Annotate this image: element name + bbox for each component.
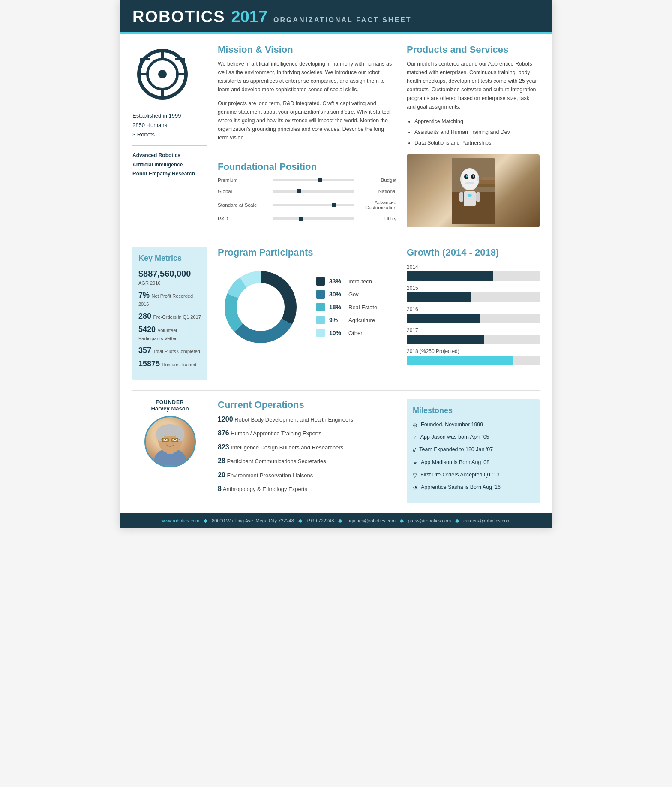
milestone-icon-6: ↺ (413, 484, 417, 492)
footer-website[interactable]: www.robotics.com (162, 518, 200, 523)
product-item-2: Assistants and Human Training and Dev (414, 127, 540, 138)
page-container: ROBOTICS 2017 ORGANIZATIONAL FACT SHEET (120, 0, 552, 528)
footer-dot-1: ◆ (204, 518, 207, 524)
svg-rect-24 (476, 192, 480, 202)
metric-value-pilots: 357 (138, 346, 151, 355)
growth-bars: 2014 2015 2016 (407, 264, 540, 365)
milestone-text-2: App Jason was born April '05 (420, 434, 489, 441)
products-section: Products and Services Our model is cente… (407, 44, 540, 227)
mission-section: Mission & Vision We believe in artificia… (218, 44, 396, 154)
humans-count: 2850 Humans (132, 121, 181, 130)
sidebar-divider (132, 145, 207, 146)
bar-fill-3 (332, 203, 336, 207)
milestone-text-5: First Pre-Orders Accepted Q1 '13 (420, 471, 499, 479)
bar-label-standard: Standard at Scale (218, 202, 269, 208)
sidebar-stats: Established in 1999 2850 Humans 3 Robots (132, 111, 181, 139)
products-list: Apprentice Matching Assistants and Human… (407, 116, 540, 148)
bar-label-budget: Budget (358, 178, 396, 183)
footer-phone: +999.722248 (306, 518, 334, 523)
products-text: Our model is centered around our Apprent… (407, 60, 540, 111)
footer-dot-3: ◆ (338, 518, 342, 524)
growth-year-2016: 2016 (407, 306, 540, 312)
milestone-text-1: Founded. November 1999 (421, 421, 483, 429)
operation-text-3: Intelligence Design Builders and Researc… (231, 444, 343, 451)
metric-value-humans: 15875 (138, 359, 160, 368)
metric-volunteers: 5420 Volunteer Participants Vetted (138, 325, 201, 342)
milestone-text-4: App Madison is Born Aug '08 (421, 459, 489, 467)
left-sidebar: Established in 1999 2850 Humans 3 Robots… (132, 44, 207, 227)
growth-section: Growth (2014 - 2018) 2014 2015 (407, 247, 540, 380)
footer-email-press: press@robotics.com (408, 518, 451, 523)
footer-email-inquiries: inquiries@robotics.com (346, 518, 396, 523)
robot-illustration (452, 158, 495, 224)
milestone-1: ⊕ Founded. November 1999 (413, 421, 534, 429)
bar-track-4 (273, 217, 354, 220)
operation-6: 8 Anthropology & Etimology Experts (218, 484, 396, 494)
section-divider-2 (132, 390, 540, 391)
bar-fill-4 (299, 217, 303, 221)
bar-label-national: National (358, 189, 396, 194)
foundation-bars: Premium Budget Global National (218, 178, 396, 221)
product-item-1: Apprentice Matching (414, 116, 540, 127)
svg-rect-11 (482, 177, 495, 180)
operation-num-4: 28 (218, 457, 225, 464)
legend-pct-agriculture: 9% (329, 317, 344, 323)
growth-fill-2017 (407, 335, 484, 344)
growth-fill-2016 (407, 314, 480, 323)
robot-logo (132, 44, 192, 104)
svg-rect-9 (477, 184, 495, 187)
metric-value-volunteers: 5420 (138, 325, 156, 334)
svg-line-45 (161, 440, 162, 440)
operation-num-6: 8 (218, 485, 222, 492)
founder-photo (144, 416, 196, 467)
growth-track-2018 (407, 356, 540, 365)
legend-dot-gov (316, 290, 325, 299)
svg-point-22 (468, 194, 472, 197)
operation-num-3: 823 (218, 443, 229, 451)
top-section: Established in 1999 2850 Humans 3 Robots… (132, 44, 540, 227)
growth-2015: 2015 (407, 285, 540, 302)
mission-foundation-col: Mission & Vision We believe in artificia… (218, 44, 396, 227)
milestone-6: ↺ Apprentice Sasha is Born Aug '16 (413, 484, 534, 492)
tag-2: Artificial Intelligence (132, 160, 195, 170)
bar-label-rnd: R&D (218, 216, 269, 221)
operation-2: 876 Human / Apprentice Training Experts (218, 428, 396, 438)
operation-1: 1200 Robot Body Development and Health E… (218, 415, 396, 424)
milestones-section: Milestones ⊕ Founded. November 1999 ♂ Ap… (407, 399, 540, 503)
growth-year-2018: 2018 (%250 Projected) (407, 348, 540, 354)
sidebar-tags: Advanced Robotics Artificial Intelligenc… (132, 151, 195, 179)
robot-photo (407, 154, 540, 227)
metric-value-profit: 7% (138, 291, 150, 299)
svg-point-16 (466, 175, 468, 177)
svg-rect-23 (459, 192, 463, 202)
legend-pct-gov: 30% (329, 291, 344, 298)
foundation-section: Foundational Position Premium Budget Glo… (218, 161, 396, 227)
svg-line-46 (178, 440, 180, 440)
legend-dot-realestate (316, 303, 325, 311)
legend-other: 10% Other (316, 329, 377, 337)
bar-track-1 (273, 179, 354, 181)
tag-1: Advanced Robotics (132, 151, 195, 160)
legend-pct-other: 10% (329, 329, 344, 336)
bar-fill-2 (297, 189, 301, 193)
metric-value-agr: $887,560,000 (138, 269, 191, 278)
legend-label-agriculture: Agriculture (348, 317, 375, 323)
legend-dot-agriculture (316, 316, 325, 324)
key-metrics: Key Metrics $887,560,000 AGR 2016 7% Net… (132, 247, 207, 380)
product-item-3: Data Solutions and Partnerships (414, 138, 540, 148)
footer: www.robotics.com ◆ 80000 Wu Ping Ave. Me… (120, 513, 552, 528)
milestone-2: ♂ App Jason was born April '05 (413, 434, 534, 442)
header-subtitle: ORGANIZATIONAL FACT SHEET (273, 16, 411, 24)
growth-2016: 2016 (407, 306, 540, 323)
operation-text-2: Human / Apprentice Training Experts (231, 430, 321, 437)
svg-rect-10 (480, 180, 495, 184)
legend-pct-realestate: 18% (329, 304, 344, 311)
header-year: 2017 (231, 8, 268, 26)
robot-logo-svg (135, 46, 190, 102)
metric-label-agr: AGR 2016 (138, 280, 160, 286)
operation-num-1: 1200 (218, 416, 233, 423)
section-divider (132, 238, 540, 238)
milestone-icon-3: // (413, 446, 416, 454)
milestone-5: ▽ First Pre-Orders Accepted Q1 '13 (413, 471, 534, 479)
founder-avatar-svg (147, 418, 194, 465)
